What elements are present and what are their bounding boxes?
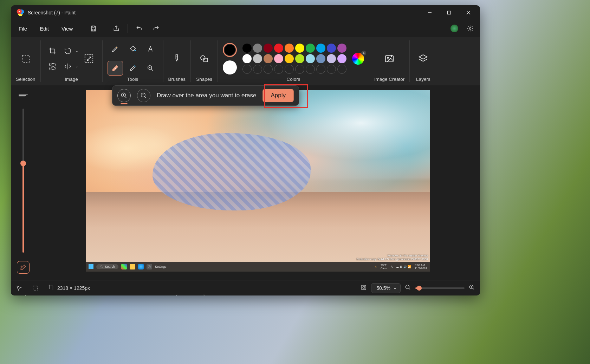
custom-color-slot[interactable]: [316, 65, 325, 74]
brush-increase-button[interactable]: [117, 89, 131, 102]
zoom-slider[interactable]: [415, 287, 465, 289]
generative-erase-button[interactable]: [17, 261, 30, 274]
start-icon: [89, 264, 93, 269]
maximize-button[interactable]: [439, 5, 459, 20]
menu-view[interactable]: View: [57, 24, 78, 34]
custom-color-slot[interactable]: [327, 65, 336, 74]
canvas-dimensions: 2318 × 1225px: [48, 284, 90, 292]
color-swatch[interactable]: [295, 44, 304, 53]
group-label: Image: [65, 77, 78, 83]
svg-rect-22: [33, 286, 37, 290]
zoom-out-button[interactable]: [405, 284, 411, 292]
custom-color-slot[interactable]: [242, 65, 252, 74]
color-swatch[interactable]: [264, 44, 273, 53]
generative-erase-toolbar: Draw over the area you want to erase App…: [112, 85, 299, 106]
color-swatch[interactable]: [274, 54, 283, 63]
group-layers: Layers: [410, 37, 436, 85]
minimize-button[interactable]: [420, 5, 439, 20]
color-swatch[interactable]: [306, 54, 315, 63]
svg-point-17: [100, 266, 102, 267]
zoom-level-select[interactable]: 50.5%: [371, 283, 401, 293]
custom-color-slot[interactable]: [253, 65, 262, 74]
menu-edit[interactable]: Edit: [35, 24, 54, 34]
windows-watermark: Windows 11 Pro Insider Preview Evaluatio…: [356, 254, 428, 261]
text-tool[interactable]: [143, 41, 158, 56]
share-button[interactable]: [109, 21, 123, 35]
color-2[interactable]: [223, 60, 237, 74]
taskbar-search: Search: [96, 264, 119, 269]
color-swatch[interactable]: [274, 44, 283, 53]
brush-size-slider[interactable]: [18, 105, 28, 256]
resize-tool[interactable]: [80, 49, 97, 69]
svg-point-18: [149, 266, 150, 267]
canvas-viewport[interactable]: Windows 11 Pro Insider Preview Evaluatio…: [35, 85, 480, 280]
cursor-position: [16, 285, 22, 291]
brush-size-panel: [11, 85, 35, 280]
settings-button[interactable]: [463, 21, 477, 35]
color-swatch[interactable]: [327, 54, 336, 63]
user-avatar[interactable]: [450, 25, 458, 32]
pencil-tool[interactable]: [108, 41, 123, 56]
color-swatch[interactable]: [337, 44, 346, 53]
group-image-creator: Image Creator: [369, 37, 409, 85]
color-swatch[interactable]: [253, 44, 262, 53]
background-remove-tool[interactable]: [46, 60, 59, 73]
paint-window: Screenshot (7) - Paint File Edit View: [11, 5, 480, 295]
explorer-icon: [130, 264, 135, 269]
color-swatch[interactable]: [242, 44, 252, 53]
magnifier-tool[interactable]: [143, 61, 158, 76]
selection-size: [32, 285, 38, 291]
color-swatch[interactable]: [316, 44, 325, 53]
color-swatch[interactable]: [295, 54, 304, 63]
flip-tool[interactable]: [61, 60, 74, 73]
custom-color-slot[interactable]: [306, 65, 315, 74]
edit-colors-button[interactable]: [352, 53, 364, 65]
brushes-dropdown[interactable]: ⌄: [168, 49, 185, 69]
svg-point-24: [363, 286, 365, 288]
rotate-tool[interactable]: [61, 44, 74, 58]
svg-point-16: [387, 57, 389, 59]
menu-file[interactable]: File: [14, 24, 32, 34]
canvas[interactable]: Windows 11 Pro Insider Preview Evaluatio…: [86, 90, 430, 272]
fill-tool[interactable]: [125, 41, 141, 56]
autosave-icon: [361, 284, 367, 292]
color-swatch[interactable]: [306, 44, 315, 53]
color-swatch[interactable]: [327, 44, 336, 53]
svg-rect-23: [362, 285, 366, 290]
svg-point-19: [148, 265, 151, 268]
shapes-dropdown[interactable]: ⌄: [196, 49, 213, 69]
group-label: Brushes: [168, 77, 186, 83]
zoom-in-button[interactable]: [469, 284, 475, 292]
image-creator-button[interactable]: [381, 49, 398, 69]
custom-color-slot[interactable]: [285, 65, 294, 74]
eraser-tool[interactable]: [108, 61, 123, 76]
custom-color-slot[interactable]: [295, 65, 304, 74]
apply-button[interactable]: Apply: [262, 89, 294, 102]
svg-rect-14: [204, 58, 208, 61]
layers-button[interactable]: [415, 49, 432, 69]
undo-button[interactable]: [132, 21, 146, 35]
selection-tool[interactable]: ⌄: [17, 49, 34, 69]
color-swatch[interactable]: [285, 54, 294, 63]
crop-tool[interactable]: [46, 44, 59, 58]
color-swatch[interactable]: [337, 54, 346, 63]
group-selection: ⌄ Selection: [11, 37, 40, 85]
svg-rect-7: [22, 55, 29, 62]
custom-color-slot[interactable]: [337, 65, 346, 74]
brush-preview-icon: [19, 94, 28, 100]
color-picker-tool[interactable]: [125, 61, 141, 76]
redo-button[interactable]: [149, 21, 163, 35]
save-button[interactable]: [86, 21, 101, 35]
color-swatch[interactable]: [316, 54, 325, 63]
color-swatch[interactable]: [285, 44, 294, 53]
group-label: Selection: [16, 77, 35, 83]
color-swatch[interactable]: [264, 54, 273, 63]
color-swatch[interactable]: [242, 54, 252, 63]
color-1[interactable]: [223, 43, 237, 57]
custom-color-slot[interactable]: [264, 65, 273, 74]
custom-color-slot[interactable]: [274, 65, 283, 74]
status-bar: 2318 × 1225px 50.5%: [11, 280, 480, 295]
close-button[interactable]: [459, 5, 478, 20]
brush-decrease-button[interactable]: [137, 89, 150, 102]
color-swatch[interactable]: [253, 54, 262, 63]
